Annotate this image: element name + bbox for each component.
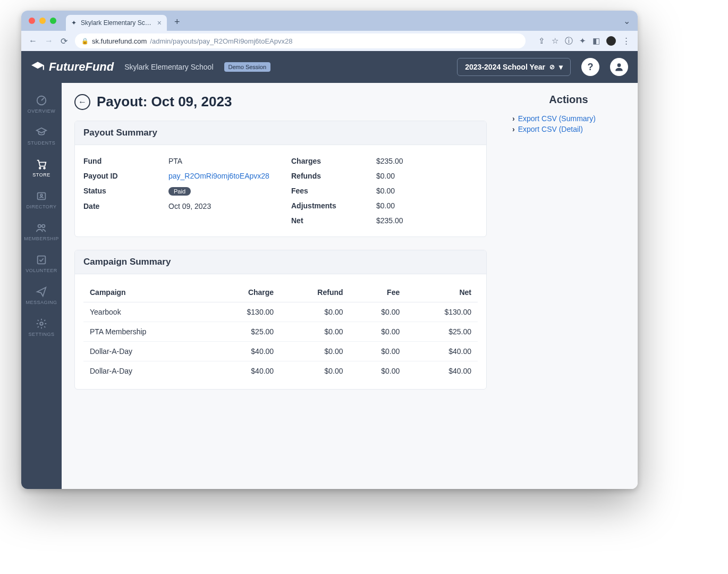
table-cell: $0.00: [280, 302, 349, 322]
summary-label: Payout ID: [83, 172, 168, 180]
summary-label: Fees: [291, 187, 376, 195]
summary-row: FundPTA: [83, 154, 270, 168]
back-button[interactable]: ←: [29, 36, 37, 46]
send-icon: [36, 286, 47, 298]
chevron-right-icon: ›: [512, 114, 515, 123]
action-label: Export CSV (Summary): [518, 114, 596, 123]
page-title: Payout: Oct 09, 2023: [97, 94, 232, 110]
sidebar-item-messaging[interactable]: MESSAGING: [21, 280, 62, 311]
chevron-right-icon: ›: [512, 125, 515, 133]
extensions-icon[interactable]: ✦: [579, 36, 586, 46]
summary-row: Adjustments$0.00: [291, 198, 478, 213]
profile-ext-icon[interactable]: [606, 36, 616, 46]
demo-badge: Demo Session: [224, 62, 271, 72]
help-button[interactable]: ?: [581, 58, 599, 76]
year-label: 2023-2024 School Year: [465, 63, 545, 71]
table-cell: $0.00: [280, 342, 349, 361]
table-header-cell: Charge: [208, 283, 280, 302]
panel-icon[interactable]: ◧: [592, 36, 600, 46]
table-cell: $40.00: [406, 361, 478, 381]
sidebar-item-label: VOLUNTEER: [26, 268, 57, 273]
summary-label: Adjustments: [291, 201, 376, 210]
browser-window: ✦ Skylark Elementary School: Pa × + ⌄ ← …: [21, 11, 638, 489]
summary-value: $235.00: [376, 157, 403, 165]
svg-point-6: [38, 225, 41, 228]
table-row: Dollar-A-Day$40.00$0.00$0.00$40.00: [83, 361, 478, 381]
minimize-window-icon[interactable]: [39, 18, 46, 24]
svg-point-7: [42, 225, 45, 228]
tab-overflow-icon[interactable]: ⌄: [623, 16, 630, 26]
action-link[interactable]: ›Export CSV (Summary): [512, 113, 625, 124]
app-header: FutureFund Skylark Elementary School Dem…: [21, 51, 638, 83]
table-cell: PTA Membership: [83, 322, 208, 342]
summary-label: Status: [83, 187, 168, 196]
table-header-cell: Campaign: [83, 283, 208, 302]
sidebar: OVERVIEW STUDENTS STORE DIRECTORY MEMBER…: [21, 83, 62, 489]
new-tab-button[interactable]: +: [174, 16, 180, 28]
extension-icons: ⇪ ☆ ⓘ ✦ ◧ ⋮: [538, 36, 630, 46]
sidebar-item-label: STORE: [32, 172, 50, 178]
content-column: ← Payout: Oct 09, 2023 Payout Summary Fu…: [62, 83, 500, 489]
svg-point-5: [40, 194, 43, 196]
sidebar-item-settings[interactable]: SETTINGS: [21, 311, 62, 343]
sidebar-item-label: SETTINGS: [28, 332, 54, 337]
forward-button: →: [45, 36, 53, 46]
table-cell: $0.00: [350, 342, 407, 361]
sidebar-item-label: DIRECTORY: [26, 204, 56, 209]
app-body: OVERVIEW STUDENTS STORE DIRECTORY MEMBER…: [21, 83, 638, 489]
tab-title: Skylark Elementary School: Pa: [81, 19, 153, 27]
summary-value[interactable]: pay_R2OmRi9omj6toEApvx28: [168, 172, 269, 180]
table-cell: Yearbook: [83, 302, 208, 322]
action-link[interactable]: ›Export CSV (Detail): [512, 124, 625, 134]
campaign-table: CampaignChargeRefundFeeNet Yearbook$130.…: [83, 283, 478, 381]
browser-tab[interactable]: ✦ Skylark Elementary School: Pa ×: [66, 15, 167, 31]
actions-column: Actions ›Export CSV (Summary)›Export CSV…: [500, 83, 638, 489]
bookmark-icon[interactable]: ☆: [552, 36, 558, 46]
payout-summary-card: Payout Summary FundPTAPayout IDpay_R2OmR…: [74, 121, 487, 237]
reload-button[interactable]: ⟳: [61, 36, 67, 46]
lock-icon: 🔒: [81, 38, 89, 45]
summary-label: Charges: [291, 157, 376, 165]
brand-text: FutureFund: [49, 60, 114, 74]
sidebar-item-store[interactable]: STORE: [21, 152, 62, 184]
summary-row: Payout IDpay_R2OmRi9omj6toEApvx28: [83, 168, 270, 183]
card-header: Payout Summary: [75, 121, 486, 145]
account-button[interactable]: [610, 58, 628, 76]
summary-row: StatusPaid: [83, 183, 270, 199]
summary-row: DateOct 09, 2023: [83, 199, 270, 214]
tab-favicon-icon: ✦: [71, 19, 77, 27]
user-icon: [614, 62, 624, 72]
sidebar-item-membership[interactable]: MEMBERSHIP: [21, 216, 62, 248]
sidebar-item-label: MESSAGING: [26, 300, 57, 305]
gauge-icon: [36, 95, 47, 106]
back-button[interactable]: ←: [74, 94, 90, 110]
sidebar-item-overview[interactable]: OVERVIEW: [21, 88, 62, 120]
table-header-cell: Net: [406, 283, 478, 302]
browser-tab-strip: ✦ Skylark Elementary School: Pa × + ⌄: [21, 11, 638, 31]
summary-row: Net$235.00: [291, 213, 478, 228]
menu-icon[interactable]: ⋮: [622, 36, 630, 46]
table-cell: $0.00: [280, 361, 349, 381]
table-cell: $130.00: [406, 302, 478, 322]
close-tab-icon[interactable]: ×: [157, 19, 162, 27]
summary-value: Oct 09, 2023: [168, 202, 211, 210]
table-header-cell: Fee: [350, 283, 407, 302]
close-window-icon[interactable]: [29, 18, 35, 24]
maximize-window-icon[interactable]: [50, 18, 56, 24]
svg-point-0: [617, 63, 621, 67]
sidebar-item-volunteer[interactable]: VOLUNTEER: [21, 248, 62, 280]
window-controls: [29, 18, 56, 24]
table-cell: Dollar-A-Day: [83, 361, 208, 381]
table-header-cell: Refund: [280, 283, 349, 302]
sidebar-item-directory[interactable]: DIRECTORY: [21, 184, 62, 216]
info-icon[interactable]: ⓘ: [565, 36, 573, 46]
address-bar[interactable]: 🔒 sk.futurefund.com/admin/payouts/pay_R2…: [75, 33, 526, 48]
school-year-select[interactable]: 2023-2024 School Year ⊘ ▾: [457, 58, 571, 76]
share-icon[interactable]: ⇪: [538, 36, 545, 46]
table-cell: $0.00: [350, 302, 407, 322]
sidebar-item-students[interactable]: STUDENTS: [21, 120, 62, 152]
table-row: PTA Membership$25.00$0.00$0.00$25.00: [83, 322, 478, 342]
svg-point-2: [39, 167, 41, 169]
campaign-summary-card: Campaign Summary CampaignChargeRefundFee…: [74, 250, 487, 390]
brand-logo[interactable]: FutureFund: [31, 60, 114, 74]
